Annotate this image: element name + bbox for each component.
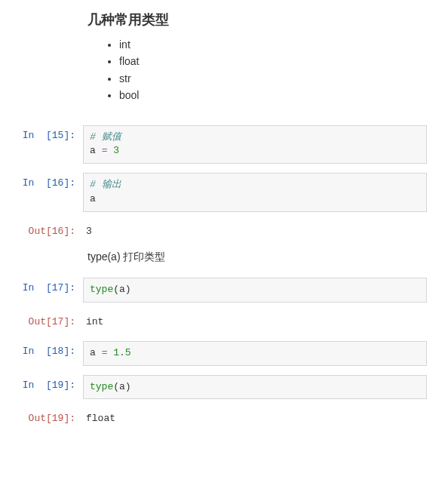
code-input[interactable]: # 输出 a — [83, 173, 427, 212]
list-item: str — [119, 70, 427, 87]
input-prompt: In [16]: — [0, 173, 83, 189]
code-input[interactable]: # 赋值 a = 3 — [83, 125, 427, 164]
code-var: a — [90, 347, 96, 358]
code-cell: In [17]: type(a) — [0, 278, 427, 303]
code-cell: In [15]: # 赋值 a = 3 — [0, 125, 427, 164]
code-cell: In [19]: type(a) — [0, 375, 427, 400]
code-comment: # 输出 — [90, 179, 121, 190]
code-paren: ( — [113, 381, 119, 392]
list-item: int — [119, 36, 427, 53]
input-prompt: In [15]: — [0, 125, 83, 141]
code-builtin: type — [90, 381, 113, 392]
code-var: a — [90, 145, 96, 156]
output-text: int — [83, 312, 427, 332]
output-prompt: Out[16]: — [0, 221, 83, 237]
input-prompt: In [19]: — [0, 375, 83, 391]
output-cell: Out[19]: float — [0, 408, 427, 429]
output-text: float — [83, 408, 427, 429]
code-operator: = — [102, 347, 108, 358]
output-cell: Out[17]: int — [0, 312, 427, 332]
code-input[interactable]: a = 1.5 — [83, 341, 427, 366]
code-var: a — [90, 193, 96, 204]
input-prompt: In [18]: — [0, 341, 83, 357]
input-prompt: In [17]: — [0, 278, 83, 293]
code-paren: ( — [113, 284, 119, 295]
list-item: float — [119, 53, 427, 69]
output-prompt: Out[17]: — [0, 312, 83, 327]
section-heading: 几种常用类型 — [88, 11, 427, 29]
markdown-note: type(a) 打印类型 — [88, 250, 427, 264]
output-text: 3 — [83, 221, 427, 241]
code-input[interactable]: type(a) — [83, 278, 427, 303]
code-operator: = — [102, 145, 108, 156]
code-cell: In [18]: a = 1.5 — [0, 341, 427, 366]
types-list: int float str bool — [119, 36, 427, 104]
code-var: a — [119, 284, 125, 295]
code-comment: # 赋值 — [90, 131, 121, 143]
code-var: a — [119, 381, 125, 392]
code-paren: ) — [125, 381, 131, 392]
code-input[interactable]: type(a) — [83, 375, 427, 400]
output-prompt: Out[19]: — [0, 408, 83, 424]
list-item: bool — [119, 87, 427, 103]
code-paren: ) — [125, 284, 131, 295]
code-cell: In [16]: # 输出 a — [0, 173, 427, 212]
output-cell: Out[16]: 3 — [0, 221, 427, 241]
code-builtin: type — [90, 284, 113, 295]
code-number: 1.5 — [113, 347, 131, 358]
code-number: 3 — [113, 145, 119, 156]
